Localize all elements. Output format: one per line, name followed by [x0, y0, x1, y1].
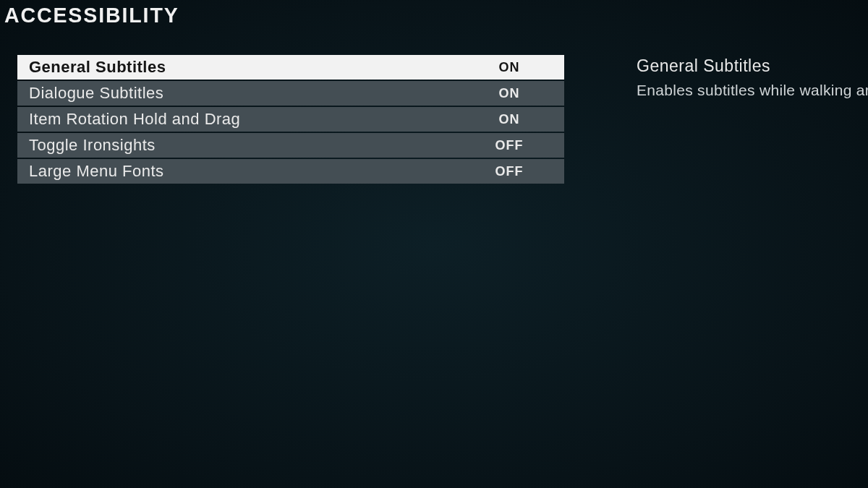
option-label: Item Rotation Hold and Drag [29, 110, 466, 129]
detail-title: General Subtitles [637, 56, 868, 76]
detail-description: Enables subtitles while walking aro [637, 82, 868, 99]
option-general-subtitles[interactable]: General Subtitles ON [17, 55, 564, 80]
option-label: Toggle Ironsights [29, 136, 466, 155]
option-label: Dialogue Subtitles [29, 84, 466, 103]
option-item-rotation[interactable]: Item Rotation Hold and Drag ON [17, 107, 564, 132]
settings-list: General Subtitles ON Dialogue Subtitles … [17, 55, 564, 185]
option-value[interactable]: ON [466, 60, 553, 75]
option-value[interactable]: OFF [466, 164, 553, 179]
screen-title: ACCESSIBILITY [4, 3, 179, 27]
option-value[interactable]: OFF [466, 138, 553, 153]
option-label: General Subtitles [29, 58, 466, 77]
option-value[interactable]: ON [466, 86, 553, 101]
option-large-menu-fonts[interactable]: Large Menu Fonts OFF [17, 159, 564, 184]
detail-panel: General Subtitles Enables subtitles whil… [637, 56, 868, 99]
option-value[interactable]: ON [466, 112, 553, 127]
option-label: Large Menu Fonts [29, 162, 466, 181]
option-dialogue-subtitles[interactable]: Dialogue Subtitles ON [17, 81, 564, 106]
option-toggle-ironsights[interactable]: Toggle Ironsights OFF [17, 133, 564, 158]
